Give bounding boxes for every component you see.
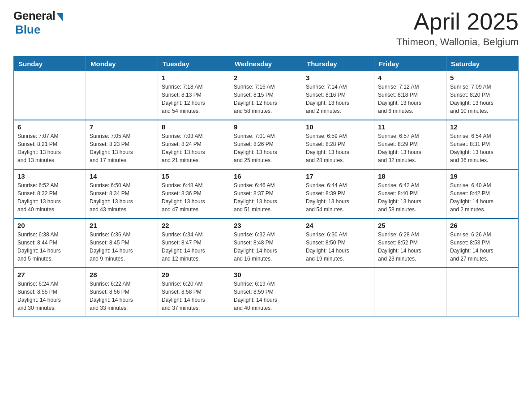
calendar-cell: 13Sunrise: 6:52 AM Sunset: 8:32 PM Dayli…: [14, 169, 86, 218]
calendar-header-tuesday: Tuesday: [158, 56, 230, 72]
calendar-cell: 5Sunrise: 7:09 AM Sunset: 8:20 PM Daylig…: [446, 71, 519, 120]
calendar-cell: 23Sunrise: 6:32 AM Sunset: 8:48 PM Dayli…: [230, 218, 302, 268]
day-number: 23: [234, 222, 298, 229]
day-info: Sunrise: 6:26 AM Sunset: 8:53 PM Dayligh…: [450, 231, 515, 263]
day-number: 20: [17, 222, 82, 229]
day-number: 26: [450, 222, 515, 229]
day-number: 27: [17, 271, 82, 278]
calendar-cell: 22Sunrise: 6:34 AM Sunset: 8:47 PM Dayli…: [158, 218, 230, 268]
day-info: Sunrise: 6:40 AM Sunset: 8:42 PM Dayligh…: [450, 181, 515, 214]
day-info: Sunrise: 6:20 AM Sunset: 8:58 PM Dayligh…: [162, 280, 226, 312]
calendar-cell: 11Sunrise: 6:57 AM Sunset: 8:29 PM Dayli…: [374, 120, 446, 169]
day-number: 29: [162, 271, 226, 278]
day-number: 17: [306, 172, 370, 180]
day-number: 30: [234, 271, 298, 278]
day-number: 14: [90, 172, 154, 180]
calendar-week-row: 13Sunrise: 6:52 AM Sunset: 8:32 PM Dayli…: [14, 169, 519, 218]
calendar-cell: 17Sunrise: 6:44 AM Sunset: 8:39 PM Dayli…: [302, 169, 374, 218]
day-info: Sunrise: 6:59 AM Sunset: 8:28 PM Dayligh…: [306, 132, 370, 164]
calendar-cell: 19Sunrise: 6:40 AM Sunset: 8:42 PM Dayli…: [446, 169, 519, 218]
calendar-cell: 21Sunrise: 6:36 AM Sunset: 8:45 PM Dayli…: [86, 218, 158, 268]
day-info: Sunrise: 6:24 AM Sunset: 8:55 PM Dayligh…: [17, 280, 82, 312]
calendar-cell: 26Sunrise: 6:26 AM Sunset: 8:53 PM Dayli…: [446, 218, 519, 268]
calendar-cell: 27Sunrise: 6:24 AM Sunset: 8:55 PM Dayli…: [14, 268, 86, 317]
calendar-cell: 8Sunrise: 7:03 AM Sunset: 8:24 PM Daylig…: [158, 120, 230, 169]
calendar-cell: 29Sunrise: 6:20 AM Sunset: 8:58 PM Dayli…: [158, 268, 230, 317]
logo-general-text: General: [13, 9, 55, 23]
calendar-header-row: SundayMondayTuesdayWednesdayThursdayFrid…: [14, 56, 519, 72]
day-info: Sunrise: 7:16 AM Sunset: 8:15 PM Dayligh…: [234, 83, 298, 115]
location-title: Thimeon, Wallonia, Belgium: [396, 36, 519, 48]
day-number: 19: [450, 172, 515, 180]
day-info: Sunrise: 6:32 AM Sunset: 8:48 PM Dayligh…: [234, 231, 298, 263]
day-number: 28: [90, 271, 154, 278]
day-number: 5: [450, 74, 515, 81]
day-info: Sunrise: 6:42 AM Sunset: 8:40 PM Dayligh…: [378, 181, 442, 214]
day-number: 21: [90, 222, 154, 229]
calendar-cell: 24Sunrise: 6:30 AM Sunset: 8:50 PM Dayli…: [302, 218, 374, 268]
day-info: Sunrise: 6:22 AM Sunset: 8:56 PM Dayligh…: [90, 280, 154, 312]
calendar-cell: [302, 268, 374, 317]
calendar-cell: [86, 71, 158, 120]
day-info: Sunrise: 6:54 AM Sunset: 8:31 PM Dayligh…: [450, 132, 515, 164]
day-info: Sunrise: 6:52 AM Sunset: 8:32 PM Dayligh…: [17, 181, 82, 214]
calendar-cell: 10Sunrise: 6:59 AM Sunset: 8:28 PM Dayli…: [302, 120, 374, 169]
calendar-header-monday: Monday: [86, 56, 158, 72]
calendar-cell: 9Sunrise: 7:01 AM Sunset: 8:26 PM Daylig…: [230, 120, 302, 169]
day-info: Sunrise: 7:07 AM Sunset: 8:21 PM Dayligh…: [17, 132, 82, 164]
calendar-cell: 7Sunrise: 7:05 AM Sunset: 8:23 PM Daylig…: [86, 120, 158, 169]
calendar-header-sunday: Sunday: [14, 56, 86, 72]
calendar-cell: 28Sunrise: 6:22 AM Sunset: 8:56 PM Dayli…: [86, 268, 158, 317]
calendar-cell: 4Sunrise: 7:12 AM Sunset: 8:18 PM Daylig…: [374, 71, 446, 120]
calendar-cell: 12Sunrise: 6:54 AM Sunset: 8:31 PM Dayli…: [446, 120, 519, 169]
day-number: 6: [17, 123, 82, 131]
logo: General Blue: [13, 9, 63, 37]
day-number: 11: [378, 123, 442, 131]
day-info: Sunrise: 6:44 AM Sunset: 8:39 PM Dayligh…: [306, 181, 370, 214]
day-info: Sunrise: 6:19 AM Sunset: 8:59 PM Dayligh…: [234, 280, 298, 312]
calendar-cell: 30Sunrise: 6:19 AM Sunset: 8:59 PM Dayli…: [230, 268, 302, 317]
day-info: Sunrise: 7:14 AM Sunset: 8:16 PM Dayligh…: [306, 83, 370, 115]
calendar-cell: 18Sunrise: 6:42 AM Sunset: 8:40 PM Dayli…: [374, 169, 446, 218]
title-block: April 2025 Thimeon, Wallonia, Belgium: [396, 9, 519, 48]
day-number: 2: [234, 74, 298, 81]
calendar-cell: 25Sunrise: 6:28 AM Sunset: 8:52 PM Dayli…: [374, 218, 446, 268]
day-number: 15: [162, 172, 226, 180]
calendar-header-thursday: Thursday: [302, 56, 374, 72]
calendar-header-wednesday: Wednesday: [230, 56, 302, 72]
calendar-week-row: 20Sunrise: 6:38 AM Sunset: 8:44 PM Dayli…: [14, 218, 519, 268]
day-number: 22: [162, 222, 226, 229]
page-header: General Blue April 2025 Thimeon, Walloni…: [13, 9, 519, 48]
day-number: 10: [306, 123, 370, 131]
day-number: 8: [162, 123, 226, 131]
day-number: 9: [234, 123, 298, 131]
day-number: 16: [234, 172, 298, 180]
calendar-cell: 6Sunrise: 7:07 AM Sunset: 8:21 PM Daylig…: [14, 120, 86, 169]
month-title: April 2025: [396, 9, 519, 34]
calendar-cell: 1Sunrise: 7:18 AM Sunset: 8:13 PM Daylig…: [158, 71, 230, 120]
calendar-cell: 14Sunrise: 6:50 AM Sunset: 8:34 PM Dayli…: [86, 169, 158, 218]
day-info: Sunrise: 6:38 AM Sunset: 8:44 PM Dayligh…: [17, 231, 82, 263]
logo-arrow-icon: [56, 13, 63, 21]
day-number: 12: [450, 123, 515, 131]
day-number: 25: [378, 222, 442, 229]
day-info: Sunrise: 6:57 AM Sunset: 8:29 PM Dayligh…: [378, 132, 442, 164]
day-info: Sunrise: 7:05 AM Sunset: 8:23 PM Dayligh…: [90, 132, 154, 164]
calendar-cell: 2Sunrise: 7:16 AM Sunset: 8:15 PM Daylig…: [230, 71, 302, 120]
day-info: Sunrise: 7:03 AM Sunset: 8:24 PM Dayligh…: [162, 132, 226, 164]
day-info: Sunrise: 6:30 AM Sunset: 8:50 PM Dayligh…: [306, 231, 370, 263]
day-info: Sunrise: 6:46 AM Sunset: 8:37 PM Dayligh…: [234, 181, 298, 214]
calendar-cell: 16Sunrise: 6:46 AM Sunset: 8:37 PM Dayli…: [230, 169, 302, 218]
day-info: Sunrise: 6:48 AM Sunset: 8:36 PM Dayligh…: [162, 181, 226, 214]
calendar-cell: [14, 71, 86, 120]
calendar-cell: [374, 268, 446, 317]
logo-blue-text: Blue: [15, 23, 40, 37]
calendar-cell: 3Sunrise: 7:14 AM Sunset: 8:16 PM Daylig…: [302, 71, 374, 120]
calendar-header-saturday: Saturday: [446, 56, 519, 72]
day-info: Sunrise: 7:18 AM Sunset: 8:13 PM Dayligh…: [162, 83, 226, 115]
day-number: 24: [306, 222, 370, 229]
calendar-week-row: 27Sunrise: 6:24 AM Sunset: 8:55 PM Dayli…: [14, 268, 519, 317]
day-number: 3: [306, 74, 370, 81]
day-info: Sunrise: 7:09 AM Sunset: 8:20 PM Dayligh…: [450, 83, 515, 115]
day-info: Sunrise: 6:50 AM Sunset: 8:34 PM Dayligh…: [90, 181, 154, 214]
